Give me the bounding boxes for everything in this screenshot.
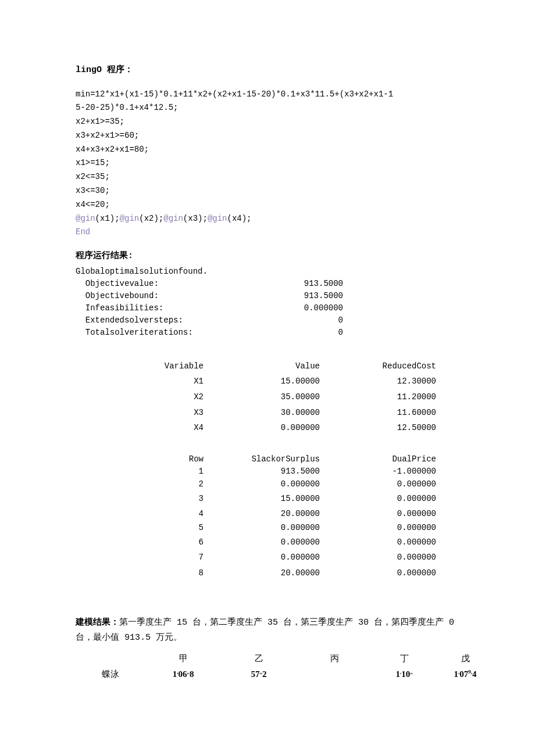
table-row: X330.0000011.60000 xyxy=(76,405,459,421)
kv-row: Totalsolveriterations:0 xyxy=(76,327,459,339)
col-value: Value xyxy=(204,359,320,374)
end-keyword: End xyxy=(76,227,90,237)
cell: 0.000000 xyxy=(320,491,436,507)
code-line: x4<=20; xyxy=(76,200,110,209)
cell: 35.00000 xyxy=(204,389,320,405)
gin-call: @gin xyxy=(120,214,140,223)
col-甲: 甲 xyxy=(145,652,221,665)
code-line: x2+x1>=35; xyxy=(76,117,124,126)
code-line: x2<=35; xyxy=(76,172,110,181)
code-line: x1>=15; xyxy=(76,158,110,167)
cell: 0.000000 xyxy=(320,550,436,565)
cell: 0.000000 xyxy=(204,522,320,535)
table-row: X40.00000012.50000 xyxy=(76,420,459,436)
cell: 20.00000 xyxy=(204,506,320,522)
col-variable: Variable xyxy=(76,359,204,374)
code-text: (x2); xyxy=(139,214,163,223)
lingo-label-suffix: 程序： xyxy=(102,65,133,75)
table-row: 315.000000.000000 xyxy=(76,491,459,507)
cell: X4 xyxy=(76,420,204,436)
kv-key: Infeasibilities: xyxy=(76,302,163,314)
cell: 4 xyxy=(76,506,204,522)
cell: 5 xyxy=(76,522,204,535)
cell: 0.000000 xyxy=(320,522,436,535)
cell: 913.5000 xyxy=(204,465,320,478)
code-line: min=12*x1+(x1-15)*0.1+11*x2+(x2+x1-15-20… xyxy=(76,89,393,99)
cell: 1,079,4 xyxy=(436,668,494,681)
cell: 1,06,,8 xyxy=(145,668,221,681)
table-header-row: Row SlackorSurplus DualPrice xyxy=(76,453,459,466)
table-row: 50.0000000.000000 xyxy=(76,522,459,535)
col-row: Row xyxy=(76,453,204,466)
code-text: (x3); xyxy=(183,214,208,223)
gin-call: @gin xyxy=(208,214,227,223)
cell: 57,,2 xyxy=(221,668,297,681)
cell: X1 xyxy=(76,374,204,389)
table-row: 420.000000.000000 xyxy=(76,506,459,522)
gin-call: @gin xyxy=(163,214,183,223)
cell: -1.000000 xyxy=(320,465,436,478)
kv-key: Totalsolveriterations: xyxy=(76,327,193,339)
cell: 20.00000 xyxy=(204,565,320,581)
code-block: min=12*x1+(x1-15)*0.1+11*x2+(x2+x1-15-20… xyxy=(76,88,459,240)
variable-table: Variable Value ReducedCost X115.0000012.… xyxy=(76,359,459,436)
swimmer-table: 甲 乙 丙 丁 戊 蝶泳 1,06,,8 57,,2 1,10,, 1,079,… xyxy=(76,652,459,680)
col-乙: 乙 xyxy=(221,652,297,665)
conclusion-label: 建模结果： xyxy=(76,618,119,628)
cell: 0.000000 xyxy=(204,550,320,565)
cell: 0.000000 xyxy=(204,535,320,550)
table-row: 70.0000000.000000 xyxy=(76,550,459,565)
solver-header: Globaloptimalsolutionfound. xyxy=(76,266,459,278)
cell: 0.000000 xyxy=(320,565,436,581)
cell: 1 xyxy=(76,465,204,478)
section-title-lingo: lingO 程序： xyxy=(76,64,459,77)
cell: 0.000000 xyxy=(320,506,436,522)
table-header-row: Variable Value ReducedCost xyxy=(76,359,459,374)
cell: 12.50000 xyxy=(320,420,436,436)
cell: 30.00000 xyxy=(204,405,320,421)
kv-key: Objectivebound: xyxy=(76,290,159,302)
cell: 8 xyxy=(76,565,204,581)
cell xyxy=(76,652,145,665)
document-page: lingO 程序： min=12*x1+(x1-15)*0.1+11*x2+(x… xyxy=(0,0,535,704)
code-text: (x4); xyxy=(227,214,251,223)
cell: 0.000000 xyxy=(320,535,436,550)
cell: X3 xyxy=(76,405,204,421)
kv-val: 913.5000 xyxy=(159,278,459,290)
cell: 0.000000 xyxy=(204,420,320,436)
cell: 7 xyxy=(76,550,204,565)
section-title-results: 程序运行结果: xyxy=(76,250,459,263)
conclusion-text: 第一季度生产 15 台，第二季度生产 35 台，第三季度生产 30 台，第四季度… xyxy=(119,618,454,628)
col-slack: SlackorSurplus xyxy=(204,453,320,466)
cell: 11.20000 xyxy=(320,389,436,405)
code-text: (x1); xyxy=(95,214,120,223)
col-reducedcost: ReducedCost xyxy=(320,359,436,374)
code-line: 5-20-25)*0.1+x4*12.5; xyxy=(76,103,178,112)
table-row: 60.0000000.000000 xyxy=(76,535,459,550)
cell: 15.00000 xyxy=(204,374,320,389)
col-丁: 丁 xyxy=(372,652,436,665)
cell: 3 xyxy=(76,491,204,507)
solver-summary: Globaloptimalsolutionfound. Objectiveval… xyxy=(76,266,459,339)
cell: 6 xyxy=(76,535,204,550)
table-row: X235.0000011.20000 xyxy=(76,389,459,405)
cell: 0.000000 xyxy=(204,478,320,491)
kv-key: Objectivevalue: xyxy=(76,278,159,290)
kv-val: 913.5000 xyxy=(159,290,459,302)
row-label: 蝶泳 xyxy=(76,668,145,681)
conclusion-text: 台，最小值 913.5 万元。 xyxy=(76,633,182,643)
code-line: x4+x3+x2+x1=80; xyxy=(76,145,149,154)
kv-row: Objectivevalue:913.5000 xyxy=(76,278,459,290)
cell: 2 xyxy=(76,478,204,491)
kv-row: Objectivebound:913.5000 xyxy=(76,290,459,302)
cell: 11.60000 xyxy=(320,405,436,421)
cell: 12.30000 xyxy=(320,374,436,389)
gin-call: @gin xyxy=(76,214,95,223)
code-line: x3<=30; xyxy=(76,186,110,195)
conclusion-block: 建模结果：第一季度生产 15 台，第二季度生产 35 台，第三季度生产 30 台… xyxy=(76,615,459,645)
col-dualprice: DualPrice xyxy=(320,453,436,466)
table-row: 20.0000000.000000 xyxy=(76,478,459,491)
kv-val: 0 xyxy=(193,327,459,339)
row-table: Row SlackorSurplus DualPrice 1913.5000-1… xyxy=(76,453,459,581)
cell: X2 xyxy=(76,389,204,405)
